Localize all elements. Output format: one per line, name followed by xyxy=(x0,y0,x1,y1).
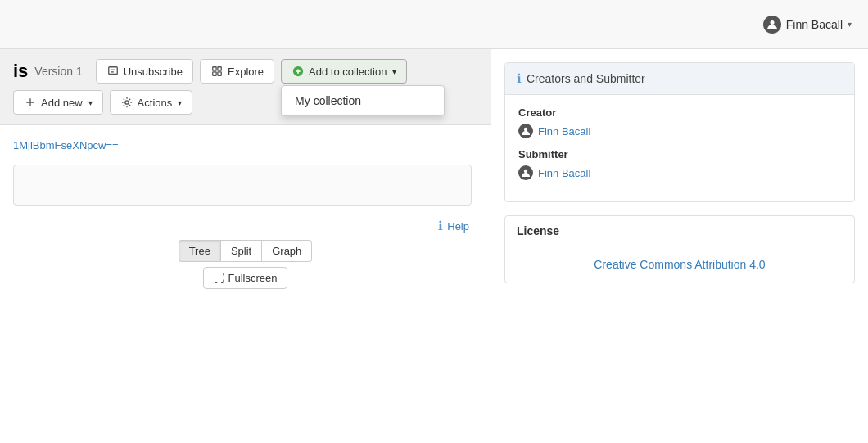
my-collection-item[interactable]: My collection xyxy=(282,86,444,115)
creator-section: Creator Finn Bacall xyxy=(518,106,841,138)
svg-point-0 xyxy=(770,20,774,25)
creators-header-label: Creators and Submitter xyxy=(527,72,645,85)
text-box xyxy=(13,165,472,206)
svg-rect-1 xyxy=(108,67,117,75)
main-area: is Version 1 Unsubscribe xyxy=(0,49,868,443)
fullscreen-button[interactable]: ⛶ Fullscreen xyxy=(203,267,288,289)
page-title: is xyxy=(13,61,28,82)
version-label: Version 1 xyxy=(34,65,82,78)
user-dropdown-arrow: ▾ xyxy=(848,20,852,29)
license-body: Creative Commons Attribution 4.0 xyxy=(505,246,854,283)
license-card: License Creative Commons Attribution 4.0 xyxy=(504,215,855,283)
fullscreen-label: Fullscreen xyxy=(228,272,278,284)
explore-icon xyxy=(210,65,224,78)
svg-point-12 xyxy=(524,128,527,131)
fullscreen-icon: ⛶ xyxy=(214,272,224,284)
actions-gear-icon xyxy=(120,96,133,109)
explore-label: Explore xyxy=(228,66,264,78)
add-new-label: Add new xyxy=(41,97,83,109)
user-menu[interactable]: Finn Bacall ▾ xyxy=(763,16,852,34)
svg-rect-5 xyxy=(218,67,221,70)
svg-point-13 xyxy=(524,170,527,173)
svg-rect-7 xyxy=(218,72,221,75)
tree-view-button[interactable]: Tree xyxy=(179,240,220,262)
submitter-name: Finn Bacall xyxy=(538,167,590,179)
info-circle-icon: ℹ xyxy=(517,71,522,86)
actions-button[interactable]: Actions ▾ xyxy=(110,90,193,115)
user-avatar-icon xyxy=(763,16,781,34)
license-header: License xyxy=(505,216,854,246)
top-nav: Finn Bacall ▾ xyxy=(0,0,868,49)
submitter-avatar-icon xyxy=(518,165,533,180)
page-title-area: is Version 1 xyxy=(13,61,83,82)
explore-button[interactable]: Explore xyxy=(200,59,274,84)
add-to-collection-label: Add to collection xyxy=(309,66,387,78)
license-link[interactable]: Creative Commons Attribution 4.0 xyxy=(594,258,765,271)
add-to-collection-button[interactable]: Add to collection ▾ xyxy=(281,59,407,84)
svg-point-11 xyxy=(124,101,128,104)
split-view-button[interactable]: Split xyxy=(220,240,262,262)
unsubscribe-label: Unsubscribe xyxy=(124,66,183,78)
add-to-collection-dropdown: Add to collection ▾ My collection xyxy=(281,59,407,84)
submitter-section: Submitter Finn Bacall xyxy=(518,148,841,180)
unsubscribe-icon xyxy=(106,65,120,78)
creators-card-body: Creator Finn Bacall Submitter xyxy=(505,95,854,201)
help-link[interactable]: Help xyxy=(447,220,469,233)
add-new-button[interactable]: Add new ▾ xyxy=(13,90,103,115)
help-area: ℹ Help xyxy=(13,219,477,233)
creators-card-header: ℹ Creators and Submitter xyxy=(505,63,854,95)
add-collection-arrow: ▾ xyxy=(392,67,396,76)
submitter-link[interactable]: Finn Bacall xyxy=(518,165,841,180)
toolbar: is Version 1 Unsubscribe xyxy=(0,49,491,125)
add-new-icon xyxy=(24,96,37,109)
collection-dropdown-menu: My collection xyxy=(281,85,445,116)
creator-name: Finn Bacall xyxy=(538,125,590,138)
user-name: Finn Bacall xyxy=(786,18,843,31)
right-panel: ℹ Creators and Submitter Creator Finn Ba… xyxy=(491,49,868,443)
content-area: 1MjlBbmFseXNpcw== ℹ Help Tree Split Grap… xyxy=(0,125,491,302)
submitter-label: Submitter xyxy=(518,148,841,160)
creator-link[interactable]: Finn Bacall xyxy=(518,124,841,138)
unsubscribe-button[interactable]: Unsubscribe xyxy=(96,59,193,84)
actions-arrow: ▾ xyxy=(178,98,182,107)
help-info-icon: ℹ xyxy=(438,219,443,233)
hash-link[interactable]: 1MjlBbmFseXNpcw== xyxy=(13,139,119,151)
actions-label: Actions xyxy=(138,97,173,109)
graph-view-button[interactable]: Graph xyxy=(262,240,312,262)
left-panel: is Version 1 Unsubscribe xyxy=(0,49,491,443)
fullscreen-area: ⛶ Fullscreen xyxy=(13,267,477,289)
add-collection-icon xyxy=(292,65,305,78)
creators-card: ℹ Creators and Submitter Creator Finn Ba… xyxy=(504,62,855,202)
svg-rect-6 xyxy=(213,72,216,75)
svg-rect-4 xyxy=(213,67,216,70)
creator-label: Creator xyxy=(518,106,841,119)
creator-avatar-icon xyxy=(518,124,533,138)
add-new-arrow: ▾ xyxy=(88,98,93,107)
view-toggle: Tree Split Graph xyxy=(13,240,477,262)
